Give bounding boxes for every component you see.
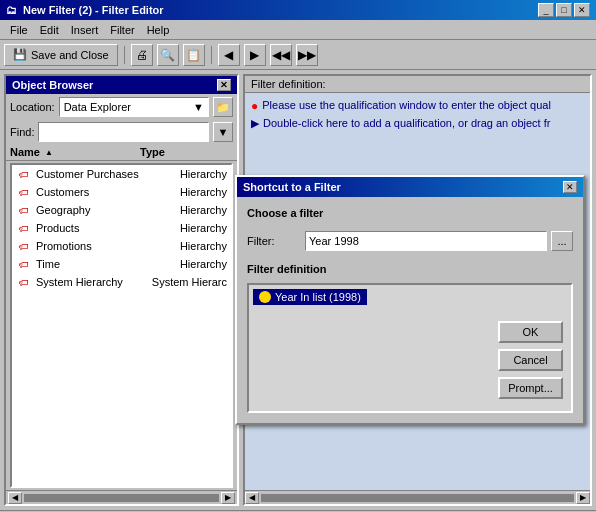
location-browse-button[interactable]: 📁 bbox=[213, 97, 233, 117]
hierarchy-icon-1: 🏷 bbox=[16, 184, 32, 200]
tree-item-name-4: Promotions bbox=[36, 240, 180, 252]
tree-item-name-2: Geography bbox=[36, 204, 180, 216]
tree-item-type-3: Hierarchy bbox=[180, 222, 227, 234]
nav-forward-icon: ▶▶ bbox=[298, 48, 316, 62]
filter-scroll-right-button[interactable]: ▶ bbox=[576, 492, 590, 504]
ok-button[interactable]: OK bbox=[498, 321, 563, 343]
tree-item-3[interactable]: 🏷 Products Hierarchy bbox=[12, 219, 231, 237]
tree-item-4[interactable]: 🏷 Promotions Hierarchy bbox=[12, 237, 231, 255]
menu-help[interactable]: Help bbox=[141, 22, 176, 38]
toolbar-separator2 bbox=[211, 46, 212, 64]
tree-item-6[interactable]: 🏷 System Hierarchy System Hierarc bbox=[12, 273, 231, 291]
title-bar: 🗂 New Filter (2) - Filter Editor _ □ ✕ bbox=[0, 0, 596, 20]
shortcut-filter-dialog: Shortcut to a Filter ✕ Choose a filter F… bbox=[235, 175, 585, 425]
hierarchy-icon-6: 🏷 bbox=[16, 274, 32, 290]
hierarchy-icon-0: 🏷 bbox=[16, 166, 32, 182]
menu-file[interactable]: File bbox=[4, 22, 34, 38]
dialog-body: Choose a filter Filter: ... Filter defin… bbox=[237, 197, 583, 423]
object-browser-title: Object Browser bbox=[12, 79, 93, 91]
filter-def-section-label: Filter definition bbox=[247, 263, 573, 275]
copy-button[interactable]: 📋 bbox=[183, 44, 205, 66]
title-bar-controls: _ □ ✕ bbox=[538, 3, 590, 17]
dialog-buttons: OK Cancel Prompt... bbox=[498, 321, 563, 399]
warning-icon: ● bbox=[251, 99, 258, 113]
scroll-right-button[interactable]: ▶ bbox=[221, 492, 235, 504]
title-bar-text: 🗂 New Filter (2) - Filter Editor bbox=[6, 4, 164, 16]
arrow-right-button[interactable]: ▶ bbox=[244, 44, 266, 66]
menu-bar: File Edit Insert Filter Help bbox=[0, 20, 596, 40]
tree-item-5[interactable]: 🏷 Time Hierarchy bbox=[12, 255, 231, 273]
object-browser-panel: Object Browser ✕ Location: Data Explorer… bbox=[4, 74, 239, 506]
filter-item-icon bbox=[259, 291, 271, 303]
tree-header: Name ▲ Type bbox=[6, 144, 237, 161]
tree-item-name-0: Customer Purchases bbox=[36, 168, 180, 180]
prompt-button[interactable]: Prompt... bbox=[498, 377, 563, 399]
sort-arrow-icon: ▲ bbox=[45, 148, 53, 157]
filter-scroll-track[interactable] bbox=[261, 494, 574, 502]
nav-back-icon: ◀◀ bbox=[272, 48, 290, 62]
nav-back-button[interactable]: ◀◀ bbox=[270, 44, 292, 66]
tree-item-2[interactable]: 🏷 Geography Hierarchy bbox=[12, 201, 231, 219]
print-icon: 🖨 bbox=[136, 48, 148, 62]
tree-item-type-2: Hierarchy bbox=[180, 204, 227, 216]
filter-note-1: ● Please use the qualification window to… bbox=[251, 99, 584, 113]
window-title: New Filter (2) - Filter Editor bbox=[23, 4, 164, 16]
menu-filter[interactable]: Filter bbox=[104, 22, 140, 38]
location-label: Location: bbox=[10, 101, 55, 113]
tree-item-type-5: Hierarchy bbox=[180, 258, 227, 270]
filter-row: Filter: ... bbox=[247, 231, 573, 251]
nav-forward-button[interactable]: ▶▶ bbox=[296, 44, 318, 66]
menu-insert[interactable]: Insert bbox=[65, 22, 105, 38]
dropdown-arrow-icon: ▼ bbox=[193, 101, 204, 113]
hierarchy-icon-2: 🏷 bbox=[16, 202, 32, 218]
column-type-header: Type bbox=[140, 146, 165, 158]
horizontal-scrollbar: ◀ ▶ bbox=[6, 490, 237, 504]
save-close-button[interactable]: 💾 Save and Close bbox=[4, 44, 118, 66]
find-filter-button[interactable]: ▼ bbox=[213, 122, 233, 142]
tree-item-1[interactable]: 🏷 Customers Hierarchy bbox=[12, 183, 231, 201]
browse-icon: 📁 bbox=[216, 101, 230, 114]
filter-item[interactable]: Year In list (1998) bbox=[253, 289, 367, 305]
maximize-button[interactable]: □ bbox=[556, 3, 572, 17]
tree-item-0[interactable]: 🏷 Customer Purchases Hierarchy bbox=[12, 165, 231, 183]
location-combo[interactable]: Data Explorer ▼ bbox=[59, 97, 209, 117]
dialog-close-button[interactable]: ✕ bbox=[563, 181, 577, 193]
app-icon: 🗂 bbox=[6, 4, 17, 16]
filter-browse-button[interactable]: ... bbox=[551, 231, 573, 251]
location-value: Data Explorer bbox=[64, 101, 131, 113]
print-button[interactable]: 🖨 bbox=[131, 44, 153, 66]
hierarchy-icon-5: 🏷 bbox=[16, 256, 32, 272]
cancel-button[interactable]: Cancel bbox=[498, 349, 563, 371]
arrow-left-icon: ◀ bbox=[224, 48, 233, 62]
choose-filter-label: Choose a filter bbox=[247, 207, 573, 219]
tree-item-name-3: Products bbox=[36, 222, 180, 234]
filter-field-label: Filter: bbox=[247, 235, 297, 247]
find-row: Find: ▼ bbox=[6, 120, 237, 144]
filter-value-input[interactable] bbox=[305, 231, 547, 251]
tree-item-name-1: Customers bbox=[36, 186, 180, 198]
object-browser-close-button[interactable]: ✕ bbox=[217, 79, 231, 91]
filter-icon: ▼ bbox=[218, 126, 229, 138]
arrow-left-button[interactable]: ◀ bbox=[218, 44, 240, 66]
arrow-icon: ▶ bbox=[251, 117, 259, 130]
preview-icon: 🔍 bbox=[160, 48, 175, 62]
tree-item-name-5: Time bbox=[36, 258, 180, 270]
hierarchy-icon-4: 🏷 bbox=[16, 238, 32, 254]
filter-note-2: ▶ Double-click here to add a qualificati… bbox=[251, 117, 584, 130]
save-icon: 💾 bbox=[13, 48, 27, 61]
filter-scroll-left-button[interactable]: ◀ bbox=[245, 492, 259, 504]
location-row: Location: Data Explorer ▼ 📁 bbox=[6, 94, 237, 120]
preview-button[interactable]: 🔍 bbox=[157, 44, 179, 66]
menu-edit[interactable]: Edit bbox=[34, 22, 65, 38]
tree-item-type-4: Hierarchy bbox=[180, 240, 227, 252]
scroll-left-button[interactable]: ◀ bbox=[8, 492, 22, 504]
close-button[interactable]: ✕ bbox=[574, 3, 590, 17]
filter-item-label: Year In list (1998) bbox=[275, 291, 361, 303]
scroll-track[interactable] bbox=[24, 494, 219, 502]
object-tree-list: 🏷 Customer Purchases Hierarchy 🏷 Custome… bbox=[10, 163, 233, 488]
minimize-button[interactable]: _ bbox=[538, 3, 554, 17]
tree-item-type-6: System Hierarc bbox=[152, 276, 227, 288]
filter-input-row: ... bbox=[305, 231, 573, 251]
find-label: Find: bbox=[10, 126, 34, 138]
find-input[interactable] bbox=[38, 122, 209, 142]
